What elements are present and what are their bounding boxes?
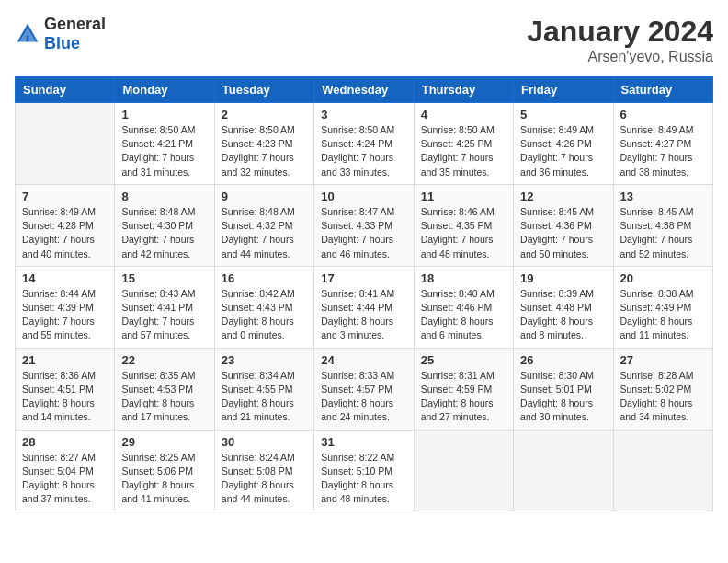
calendar-cell: 9Sunrise: 8:48 AM Sunset: 4:32 PM Daylig… bbox=[214, 184, 313, 266]
day-number: 29 bbox=[121, 435, 207, 449]
calendar-table: SundayMondayTuesdayWednesdayThursdayFrid… bbox=[15, 76, 713, 511]
day-number: 7 bbox=[22, 190, 108, 203]
day-number: 19 bbox=[520, 271, 606, 285]
day-number: 15 bbox=[121, 271, 207, 285]
day-number: 4 bbox=[421, 108, 506, 121]
weekday-header-friday: Friday bbox=[514, 77, 613, 103]
day-number: 22 bbox=[121, 353, 207, 367]
day-number: 10 bbox=[321, 190, 406, 203]
calendar-cell: 3Sunrise: 8:50 AM Sunset: 4:24 PM Daylig… bbox=[314, 103, 414, 185]
day-number: 24 bbox=[321, 353, 406, 367]
day-number: 18 bbox=[421, 271, 506, 285]
day-info: Sunrise: 8:49 AM Sunset: 4:28 PM Dayligh… bbox=[22, 205, 108, 261]
calendar-cell: 13Sunrise: 8:45 AM Sunset: 4:38 PM Dayli… bbox=[613, 184, 712, 266]
calendar-cell bbox=[613, 430, 712, 511]
logo-icon bbox=[15, 21, 40, 47]
calendar-cell: 26Sunrise: 8:30 AM Sunset: 5:01 PM Dayli… bbox=[514, 348, 613, 430]
day-number: 26 bbox=[520, 353, 606, 367]
day-number: 28 bbox=[22, 435, 108, 449]
day-info: Sunrise: 8:46 AM Sunset: 4:35 PM Dayligh… bbox=[421, 205, 506, 261]
calendar-cell: 7Sunrise: 8:49 AM Sunset: 4:28 PM Daylig… bbox=[16, 184, 115, 266]
page-subtitle: Arsen'yevo, Russia bbox=[527, 49, 713, 65]
calendar-cell: 14Sunrise: 8:44 AM Sunset: 4:39 PM Dayli… bbox=[16, 266, 115, 348]
day-number: 23 bbox=[222, 353, 307, 367]
day-info: Sunrise: 8:44 AM Sunset: 4:39 PM Dayligh… bbox=[22, 287, 108, 343]
day-info: Sunrise: 8:22 AM Sunset: 5:10 PM Dayligh… bbox=[321, 451, 406, 507]
calendar-cell: 2Sunrise: 8:50 AM Sunset: 4:23 PM Daylig… bbox=[214, 103, 313, 185]
weekday-header-tuesday: Tuesday bbox=[214, 77, 313, 103]
calendar-cell: 4Sunrise: 8:50 AM Sunset: 4:25 PM Daylig… bbox=[414, 103, 513, 185]
calendar-cell: 18Sunrise: 8:40 AM Sunset: 4:46 PM Dayli… bbox=[414, 266, 513, 348]
day-number: 21 bbox=[22, 353, 108, 367]
day-info: Sunrise: 8:30 AM Sunset: 5:01 PM Dayligh… bbox=[520, 369, 606, 425]
day-number: 9 bbox=[222, 190, 307, 203]
logo-general: General bbox=[44, 15, 106, 33]
day-number: 25 bbox=[421, 353, 506, 367]
day-info: Sunrise: 8:28 AM Sunset: 5:02 PM Dayligh… bbox=[620, 369, 706, 425]
page-title: January 2024 bbox=[527, 15, 713, 49]
day-number: 16 bbox=[222, 271, 307, 285]
day-number: 11 bbox=[421, 190, 506, 203]
weekday-header-row: SundayMondayTuesdayWednesdayThursdayFrid… bbox=[16, 77, 713, 103]
day-number: 13 bbox=[620, 190, 706, 203]
weekday-header-wednesday: Wednesday bbox=[314, 77, 414, 103]
day-number: 6 bbox=[620, 108, 706, 121]
calendar-cell: 28Sunrise: 8:27 AM Sunset: 5:04 PM Dayli… bbox=[16, 430, 115, 511]
calendar-cell: 21Sunrise: 8:36 AM Sunset: 4:51 PM Dayli… bbox=[16, 348, 115, 430]
day-number: 2 bbox=[222, 108, 307, 121]
calendar-cell: 1Sunrise: 8:50 AM Sunset: 4:21 PM Daylig… bbox=[115, 103, 214, 185]
calendar-cell: 31Sunrise: 8:22 AM Sunset: 5:10 PM Dayli… bbox=[314, 430, 414, 511]
calendar-week-4: 21Sunrise: 8:36 AM Sunset: 4:51 PM Dayli… bbox=[16, 348, 713, 430]
day-info: Sunrise: 8:49 AM Sunset: 4:27 PM Dayligh… bbox=[620, 123, 706, 179]
day-number: 30 bbox=[222, 435, 307, 449]
day-info: Sunrise: 8:31 AM Sunset: 4:59 PM Dayligh… bbox=[421, 369, 506, 425]
day-number: 27 bbox=[620, 353, 706, 367]
day-info: Sunrise: 8:45 AM Sunset: 4:36 PM Dayligh… bbox=[520, 205, 606, 261]
calendar-cell: 8Sunrise: 8:48 AM Sunset: 4:30 PM Daylig… bbox=[115, 184, 214, 266]
day-number: 3 bbox=[321, 108, 406, 121]
calendar-cell: 23Sunrise: 8:34 AM Sunset: 4:55 PM Dayli… bbox=[214, 348, 313, 430]
day-number: 31 bbox=[321, 435, 406, 449]
day-info: Sunrise: 8:50 AM Sunset: 4:21 PM Dayligh… bbox=[121, 123, 207, 179]
day-info: Sunrise: 8:24 AM Sunset: 5:08 PM Dayligh… bbox=[222, 451, 307, 507]
day-number: 14 bbox=[22, 271, 108, 285]
calendar-cell: 6Sunrise: 8:49 AM Sunset: 4:27 PM Daylig… bbox=[613, 103, 712, 185]
calendar-cell: 11Sunrise: 8:46 AM Sunset: 4:35 PM Dayli… bbox=[414, 184, 513, 266]
day-info: Sunrise: 8:50 AM Sunset: 4:24 PM Dayligh… bbox=[321, 123, 406, 179]
day-info: Sunrise: 8:33 AM Sunset: 4:57 PM Dayligh… bbox=[321, 369, 406, 425]
calendar-week-5: 28Sunrise: 8:27 AM Sunset: 5:04 PM Dayli… bbox=[16, 430, 713, 511]
day-number: 12 bbox=[520, 190, 606, 203]
day-info: Sunrise: 8:27 AM Sunset: 5:04 PM Dayligh… bbox=[22, 451, 108, 507]
day-info: Sunrise: 8:36 AM Sunset: 4:51 PM Dayligh… bbox=[22, 369, 108, 425]
calendar-cell: 27Sunrise: 8:28 AM Sunset: 5:02 PM Dayli… bbox=[613, 348, 712, 430]
weekday-header-saturday: Saturday bbox=[613, 77, 712, 103]
day-info: Sunrise: 8:34 AM Sunset: 4:55 PM Dayligh… bbox=[222, 369, 307, 425]
day-info: Sunrise: 8:50 AM Sunset: 4:23 PM Dayligh… bbox=[222, 123, 307, 179]
calendar-cell bbox=[414, 430, 513, 511]
title-block: January 2024 Arsen'yevo, Russia bbox=[527, 15, 713, 65]
day-info: Sunrise: 8:49 AM Sunset: 4:26 PM Dayligh… bbox=[520, 123, 606, 179]
day-number: 1 bbox=[121, 108, 207, 121]
day-info: Sunrise: 8:50 AM Sunset: 4:25 PM Dayligh… bbox=[421, 123, 506, 179]
day-info: Sunrise: 8:48 AM Sunset: 4:30 PM Dayligh… bbox=[121, 205, 207, 261]
calendar-cell: 29Sunrise: 8:25 AM Sunset: 5:06 PM Dayli… bbox=[115, 430, 214, 511]
day-number: 17 bbox=[321, 271, 406, 285]
calendar-cell: 25Sunrise: 8:31 AM Sunset: 4:59 PM Dayli… bbox=[414, 348, 513, 430]
calendar-cell: 22Sunrise: 8:35 AM Sunset: 4:53 PM Dayli… bbox=[115, 348, 214, 430]
day-info: Sunrise: 8:40 AM Sunset: 4:46 PM Dayligh… bbox=[421, 287, 506, 343]
day-info: Sunrise: 8:35 AM Sunset: 4:53 PM Dayligh… bbox=[121, 369, 207, 425]
calendar-cell: 20Sunrise: 8:38 AM Sunset: 4:49 PM Dayli… bbox=[613, 266, 712, 348]
calendar-cell bbox=[16, 103, 115, 185]
day-number: 8 bbox=[121, 190, 207, 203]
weekday-header-thursday: Thursday bbox=[414, 77, 513, 103]
calendar-cell: 24Sunrise: 8:33 AM Sunset: 4:57 PM Dayli… bbox=[314, 348, 414, 430]
day-info: Sunrise: 8:42 AM Sunset: 4:43 PM Dayligh… bbox=[222, 287, 307, 343]
day-info: Sunrise: 8:39 AM Sunset: 4:48 PM Dayligh… bbox=[520, 287, 606, 343]
day-info: Sunrise: 8:41 AM Sunset: 4:44 PM Dayligh… bbox=[321, 287, 406, 343]
logo: General Blue bbox=[15, 15, 106, 53]
day-info: Sunrise: 8:48 AM Sunset: 4:32 PM Dayligh… bbox=[222, 205, 307, 261]
calendar-week-2: 7Sunrise: 8:49 AM Sunset: 4:28 PM Daylig… bbox=[16, 184, 713, 266]
day-info: Sunrise: 8:38 AM Sunset: 4:49 PM Dayligh… bbox=[620, 287, 706, 343]
day-info: Sunrise: 8:47 AM Sunset: 4:33 PM Dayligh… bbox=[321, 205, 406, 261]
logo-blue: Blue bbox=[44, 34, 80, 52]
